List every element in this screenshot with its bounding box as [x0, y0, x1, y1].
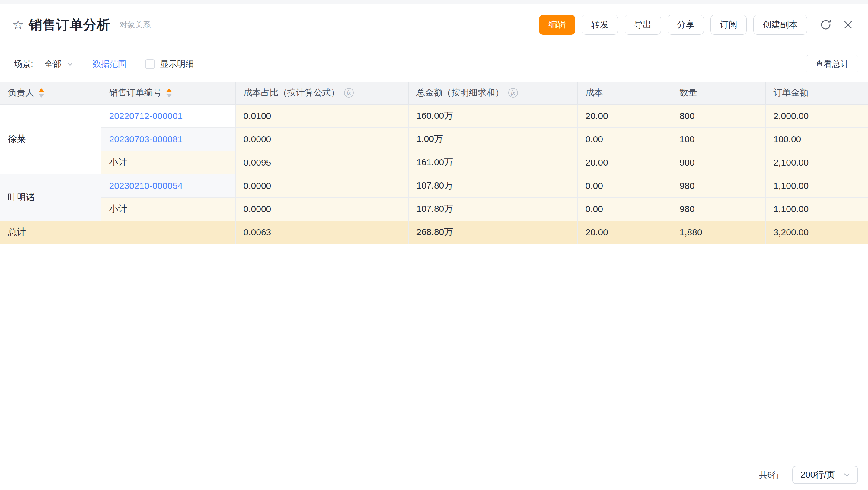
order-no-cell: [101, 221, 236, 244]
cost-cell: 20.00: [577, 221, 672, 244]
owner-cell: 叶明诸: [0, 174, 101, 221]
chevron-down-icon: [842, 470, 851, 480]
total-rows-label: 共6行: [760, 469, 780, 480]
column-label: 销售订单编号: [109, 87, 162, 99]
data-range-link[interactable]: 数据范围: [93, 58, 126, 70]
page-title: 销售订单分析: [29, 16, 110, 34]
sort-desc-icon[interactable]: [166, 94, 172, 97]
formula-fx-icon: fx: [508, 88, 518, 97]
total-amount-cell: 161.00万: [408, 151, 577, 174]
quantity-cell: 980: [672, 197, 765, 221]
subtotal-row: 小计 0.0000 107.80万 0.00 980 1,100.00: [0, 197, 868, 221]
sort-desc-icon[interactable]: [38, 94, 44, 97]
view-total-button[interactable]: 查看总计: [806, 55, 858, 74]
duplicate-button[interactable]: 创建副本: [753, 15, 807, 35]
order-amount-cell: 3,200.00: [765, 221, 868, 244]
owner-cell: 徐莱: [0, 104, 101, 174]
cost-ratio-cell: 0.0063: [236, 221, 408, 244]
page-background-strip: [0, 0, 868, 4]
column-header-total-amount: 总金额（按明细求和） fx: [408, 82, 577, 104]
order-no-cell: 20220712-000001: [101, 104, 236, 127]
cost-cell: 20.00: [577, 151, 672, 174]
scene-label: 场景:: [14, 58, 33, 70]
table-row: 20230703-000081 0.0000 1.00万 0.00 100 10…: [0, 127, 868, 151]
order-no-cell: 20230210-000054: [101, 174, 236, 197]
sort-icons[interactable]: [166, 88, 172, 97]
report-table: 负责人 销售订单编号 成本占比（按计算公: [0, 82, 868, 244]
column-header-order-amount: 订单金额: [765, 82, 868, 104]
column-header-quantity: 数量: [672, 82, 765, 104]
close-icon[interactable]: [840, 17, 856, 33]
subtotal-label-cell: 小计: [101, 197, 236, 221]
column-label: 总金额（按明细求和）: [416, 87, 504, 99]
quantity-cell: 100: [672, 127, 765, 151]
quantity-cell: 800: [672, 104, 765, 127]
export-button[interactable]: 导出: [625, 15, 661, 35]
cost-cell: 0.00: [577, 174, 672, 197]
scene-selected-value: 全部: [45, 58, 62, 70]
order-amount-cell: 100.00: [765, 127, 868, 151]
cost-ratio-cell: 0.0000: [236, 197, 408, 221]
refresh-icon[interactable]: [818, 17, 834, 33]
table-row: 叶明诸 20230210-000054 0.0000 107.80万 0.00 …: [0, 174, 868, 197]
total-amount-cell: 107.80万: [408, 174, 577, 197]
column-header-order-no[interactable]: 销售订单编号: [101, 82, 236, 104]
header-row: 负责人 销售订单编号 成本占比（按计算公: [0, 82, 868, 104]
forward-button[interactable]: 转发: [582, 15, 618, 35]
edit-button[interactable]: 编辑: [539, 15, 575, 35]
show-detail-checkbox[interactable]: [145, 59, 155, 69]
title-bar: ☆ 销售订单分析 对象关系 编辑 转发 导出 分享 订阅 创建副本: [0, 4, 868, 46]
column-header-cost: 成本: [577, 82, 672, 104]
subscribe-button[interactable]: 订阅: [710, 15, 747, 35]
share-button[interactable]: 分享: [668, 15, 704, 35]
page-subtitle: 对象关系: [119, 20, 151, 30]
toolbar-divider: [83, 58, 83, 70]
cost-ratio-cell: 0.0095: [236, 151, 408, 174]
column-label: 成本占比（按计算公式）: [244, 87, 340, 99]
order-no-link[interactable]: 20230703-000081: [109, 134, 183, 144]
table-row: 徐莱 20220712-000001 0.0100 160.00万 20.00 …: [0, 104, 868, 127]
sort-asc-icon[interactable]: [38, 88, 44, 92]
pagination-bar: 共6行 200行/页: [760, 466, 858, 484]
quantity-cell: 980: [672, 174, 765, 197]
total-amount-cell: 160.00万: [408, 104, 577, 127]
order-no-link[interactable]: 20220712-000001: [109, 111, 183, 121]
cost-cell: 0.00: [577, 127, 672, 151]
scene-select[interactable]: 全部: [45, 58, 74, 70]
cost-ratio-cell: 0.0000: [236, 127, 408, 151]
quantity-cell: 1,880: [672, 221, 765, 244]
order-no-link[interactable]: 20230210-000054: [109, 181, 183, 191]
cost-ratio-cell: 0.0100: [236, 104, 408, 127]
order-amount-cell: 1,100.00: [765, 174, 868, 197]
favorite-star-icon[interactable]: ☆: [12, 18, 24, 31]
order-no-cell: 20230703-000081: [101, 127, 236, 151]
page-size-value: 200行/页: [801, 469, 835, 481]
show-detail-label: 显示明细: [160, 58, 194, 70]
column-header-owner[interactable]: 负责人: [0, 82, 101, 104]
column-label: 成本: [586, 88, 603, 97]
column-label: 订单金额: [774, 88, 809, 97]
sort-icons[interactable]: [38, 88, 44, 97]
formula-fx-icon: fx: [344, 88, 354, 97]
cost-cell: 0.00: [577, 197, 672, 221]
subtotal-label-cell: 小计: [101, 151, 236, 174]
total-amount-cell: 1.00万: [408, 127, 577, 151]
order-amount-cell: 2,000.00: [765, 104, 868, 127]
subtotal-row: 小计 0.0095 161.00万 20.00 900 2,100.00: [0, 151, 868, 174]
order-amount-cell: 2,100.00: [765, 151, 868, 174]
cost-ratio-cell: 0.0000: [236, 174, 408, 197]
order-amount-cell: 1,100.00: [765, 197, 868, 221]
grand-total-label-cell: 总计: [0, 221, 101, 244]
total-amount-cell: 107.80万: [408, 197, 577, 221]
quantity-cell: 900: [672, 151, 765, 174]
column-label: 数量: [680, 88, 697, 97]
filter-toolbar: 场景: 全部 数据范围 显示明细 查看总计: [0, 46, 868, 82]
cost-cell: 20.00: [577, 104, 672, 127]
chevron-down-icon: [66, 60, 74, 68]
total-amount-cell: 268.80万: [408, 221, 577, 244]
page-size-select[interactable]: 200行/页: [792, 466, 858, 484]
sort-asc-icon[interactable]: [166, 88, 172, 92]
grand-total-row: 总计 0.0063 268.80万 20.00 1,880 3,200.00: [0, 221, 868, 244]
column-label: 负责人: [8, 87, 34, 99]
column-header-cost-ratio: 成本占比（按计算公式） fx: [236, 82, 408, 104]
